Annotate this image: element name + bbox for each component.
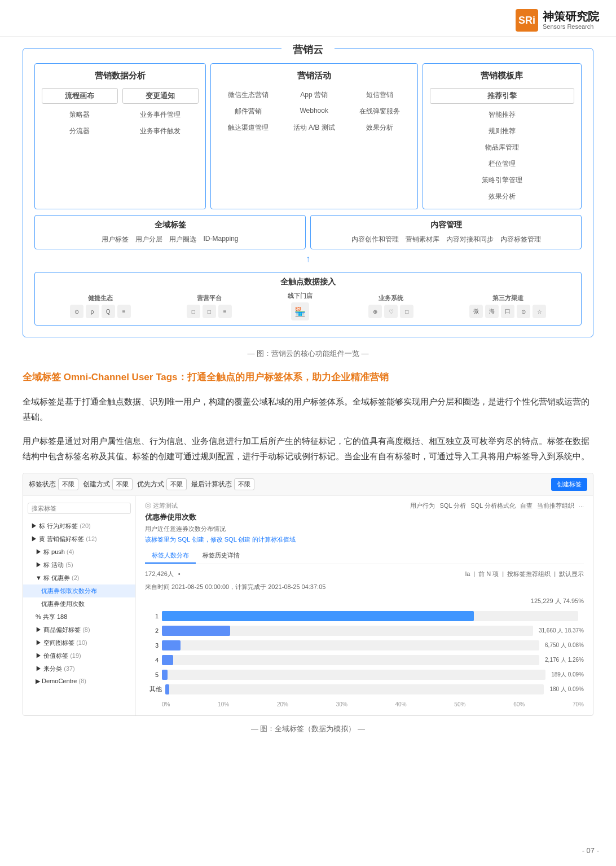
- search-input[interactable]: [28, 503, 131, 514]
- bar-track-3: [162, 640, 539, 650]
- diagram-title: 营销云: [281, 41, 335, 59]
- tree-item-goods-preference[interactable]: ▶ 商品偏好标签 (8): [23, 623, 135, 636]
- global-tags-title: 全域标签: [42, 220, 298, 230]
- x-50: 50%: [454, 701, 465, 707]
- recommend-action[interactable]: 当前推荐组织: [537, 502, 574, 510]
- sql-action[interactable]: SQL 分析: [439, 502, 466, 510]
- tp-icon-11: □: [400, 305, 413, 318]
- toolbar-create-method: 创建方式 不限: [83, 478, 133, 490]
- stats-spacer: •: [178, 570, 181, 577]
- tree-item-activity[interactable]: ▶ 标 活动 (5): [23, 559, 135, 572]
- bar-value-4: 2,176 人 1.26%: [545, 656, 584, 664]
- tag-item-3: 用户圈选: [169, 235, 196, 244]
- touchpoint-icons-row: 健捷生态 ⊙ ρ Q ≡ 营营平台 □ □ ≡: [42, 292, 574, 320]
- touchpoint-group-4: 业务系统 ⊕ ♡ □: [368, 294, 413, 318]
- x-70: 70%: [573, 701, 584, 707]
- tp-group-title-3: 线下门店: [288, 292, 313, 300]
- rec-item-6: 效果分析: [484, 190, 520, 203]
- filter-recommend[interactable]: 按标签推荐组织: [507, 570, 551, 578]
- filter-default[interactable]: 默认显示: [559, 570, 584, 578]
- tree-label: 优惠券使用次数: [41, 600, 85, 607]
- filter-topn[interactable]: 前 N 项: [478, 570, 499, 578]
- create-select[interactable]: 不限: [112, 478, 133, 490]
- rec-item-3: 物品库管理: [481, 141, 523, 154]
- tab-distribution[interactable]: 标签人数分布: [145, 548, 196, 564]
- body-text-1: 全域标签是基于打通全触点数据、识别唯一用户，构建的覆盖公域私域的用户标签体系。全…: [23, 394, 593, 424]
- global-tags-items: 用户标签 用户分层 用户圈选 ID-Mapping: [42, 235, 298, 244]
- recommendation-items: 智能推荐 规则推荐 物品库管理 栏位管理 策略引擎管理 效果分析: [430, 108, 574, 203]
- logo: SRi 神策研究院 Sensors Research: [516, 9, 599, 32]
- tree-item-coupon-usage[interactable]: 优惠券使用次数: [23, 597, 135, 610]
- tree-item-marketing-preference[interactable]: ▶ 黄 营销偏好标签 (12): [23, 533, 135, 546]
- tp-icon-10: ♡: [384, 305, 398, 318]
- recommendation-title: 推荐引擎: [430, 88, 574, 104]
- tag-item-2: 用户分层: [135, 235, 162, 244]
- content-management-panel: 内容管理 内容创作和管理 营销素材库 内容对接和同步 内容标签管理: [310, 215, 582, 249]
- tag-search: [23, 500, 135, 516]
- tree-item-democentre[interactable]: ▶ DemoCentre (8): [23, 675, 135, 687]
- tree-label: ▶ 商品偏好标签 (8): [36, 626, 90, 633]
- more-action[interactable]: ...: [579, 502, 584, 510]
- create-label: 创建方式: [83, 480, 110, 489]
- tp-group-title-5: 第三方渠道: [469, 294, 546, 302]
- tree-label: % 共享 188: [36, 613, 67, 620]
- tp-icons-3: 🏪: [288, 302, 313, 320]
- diagram-section: 营销云 营销数据分析 流程画布 策略器 分流器: [23, 48, 593, 337]
- bar-value-2: 31,660 人 18.37%: [539, 627, 584, 635]
- tp-icon-13: 海: [485, 305, 499, 318]
- activity-7: 触达渠道管理: [218, 121, 279, 135]
- tp-icon-12: 微: [469, 305, 483, 318]
- marketing-activities-panel: 营销活动 微信生态营销 App 营销 短信营销 邮件营销 Webhook 在线弹…: [210, 63, 418, 209]
- tree-label: ▶ 标 活动 (5): [36, 561, 73, 568]
- edit-action[interactable]: 自查: [520, 502, 533, 510]
- body-text-2: 用户标签是通过对用户属性信息、行为信息、业务信息进行加工后所产生的特征标记，它的…: [23, 433, 593, 464]
- content-mgmt-items: 内容创作和管理 营销素材库 内容对接和同步 内容标签管理: [318, 235, 574, 244]
- tree-item-unclassified[interactable]: ▶ 来分类 (37): [23, 662, 135, 675]
- tree-item-coupon-distribution[interactable]: 优惠券领取次数分布: [23, 584, 135, 597]
- stats-count: 172,426人: [145, 570, 174, 578]
- content-header: ⓪ 运筹测试 优惠券使用次数 用户近任意连券次数分布情况 该标签里为 SQL 创…: [145, 502, 584, 544]
- header: SRi 神策研究院 Sensors Research: [0, 0, 616, 37]
- tree-item-coupon[interactable]: ▼ 标 优惠券 (2): [23, 572, 135, 584]
- filter-la[interactable]: la: [465, 570, 470, 577]
- logo-text: 神策研究院 Sensors Research: [543, 10, 599, 30]
- tree-label: 优惠券领取次数分布: [41, 587, 97, 594]
- tp-icon-8: 🏪: [291, 302, 309, 320]
- tp-icons-5: 微 海 口 ⊙ ☆: [469, 305, 546, 318]
- tab-history[interactable]: 标签历史详情: [196, 548, 247, 564]
- bar-row-other: 其他 180 人 0.09%: [145, 684, 584, 694]
- tree-item-shared[interactable]: % 共享 188: [23, 610, 135, 623]
- flow-canvas-column: 流程画布 策略器 分流器: [42, 88, 118, 138]
- filter-sep3: |: [554, 570, 556, 577]
- bar-track-4: [162, 655, 539, 665]
- tree-label: ▶ 标 push (4): [36, 548, 74, 555]
- tag-main: ▶ 标 行为对标签 (20) ▶ 黄 营销偏好标签 (12) ▶ 标 push …: [23, 496, 593, 715]
- content-link[interactable]: 该标签里为 SQL 创建，修改 SQL 创建 的计算标准值域: [145, 535, 296, 544]
- bar-fill-other: [165, 684, 169, 694]
- tag-toolbar: 标签状态 不限 创建方式 不限 优先方式 不限 最后计算状态 不限 创建标签: [23, 473, 593, 496]
- history-action[interactable]: 用户行为: [410, 502, 435, 510]
- flow-title: 流程画布: [42, 88, 118, 104]
- tp-icon-2: ρ: [86, 305, 99, 318]
- tree-item-push[interactable]: ▶ 标 push (4): [23, 546, 135, 559]
- calc-select[interactable]: 不限: [234, 478, 254, 490]
- tp-icon-9: ⊕: [368, 305, 382, 318]
- tp-icon-7: ≡: [218, 305, 232, 318]
- notification-title: 变更通知: [122, 88, 199, 104]
- tree-item-value-tags[interactable]: ▶ 价值标签 (19): [23, 649, 135, 662]
- cm-item-4: 内容标签管理: [500, 235, 541, 244]
- sql-format-action[interactable]: SQL 分析格式化: [470, 502, 516, 510]
- brand-name-cn: 神策研究院: [543, 10, 599, 23]
- tree-item-behavior-tags[interactable]: ▶ 标 行为对标签 (20): [23, 520, 135, 533]
- tree-label: ▶ 标 行为对标签 (20): [31, 522, 91, 529]
- tag-screenshot: 标签状态 不限 创建方式 不限 优先方式 不限 最后计算状态 不限 创建标签: [23, 473, 593, 716]
- create-tag-button[interactable]: 创建标签: [551, 478, 587, 491]
- bar-row-1: 1: [145, 611, 584, 621]
- bar-value-other: 180 人 0.09%: [549, 685, 584, 693]
- priority-select[interactable]: 不限: [166, 478, 187, 490]
- content-title: 优惠券使用次数: [145, 512, 296, 522]
- status-select[interactable]: 不限: [58, 478, 78, 490]
- touchpoint-group-2: 营营平台 □ □ ≡: [187, 294, 232, 318]
- tree-item-geo-tags[interactable]: ▶ 空间图标签 (10): [23, 636, 135, 649]
- tree-label: ▶ 来分类 (37): [36, 665, 75, 672]
